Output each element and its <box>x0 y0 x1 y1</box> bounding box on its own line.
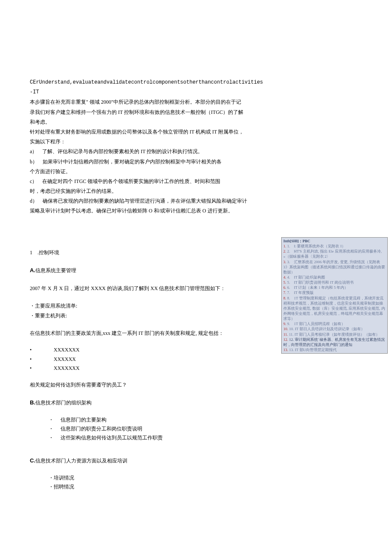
xx-row: • XXXXXX <box>30 355 362 363</box>
b-bullet-text: 这些架构信息如何传达到员工以规范工作职责 <box>61 434 163 442</box>
intro-line: 实施以下程序： <box>30 138 362 146</box>
xx-row: • XXXXXXX <box>30 364 362 372</box>
intro-line: 录我们对客户建立和维持一个强有力的 IT 控制环境和有效的信息技术一般控制（IT… <box>30 108 362 116</box>
comment-item: 6. 6. IT 计划（未来 1 年内和 5 年内） <box>283 285 386 290</box>
comment-item: 1. 1. I: 要梗用系统外衣（见附衣 I） <box>283 244 386 249</box>
header-block: CErUnderstand,evaluateandvalidatecontrol… <box>30 78 362 96</box>
comment-item: 8. 8. 1T 管理制度和规定（包括系统变更流程，系绕开发流程和技术视范，系统… <box>283 296 386 322</box>
bullet-dot-icon: • <box>30 355 42 363</box>
b-bullet-text: 信息部门的职责分工和岗位职责说明 <box>61 425 142 433</box>
b-bullets: ・ 信息部门的主要架构 ・ 信息部门的职责分工和岗位职责说明 ・ 这些架构信息如… <box>30 416 362 442</box>
label-b-text: 信息技术部门的组织架构 <box>35 400 92 406</box>
subsection-c-heading: C.信息技术部门人力资源方面以及相应培训 <box>30 456 362 465</box>
comment-item: 13. 13. IT 部U向管理层定期报代 <box>283 347 386 352</box>
b-bullet: ・ 信息部门的主要架构 <box>49 416 362 424</box>
header-line1: CErUnderstand,evaluateandvalidatecontrol… <box>30 78 362 87</box>
subsection-b-heading: B.信息技术部门的组织架构 <box>30 398 362 407</box>
xx-text: XXXXXXX <box>42 346 80 354</box>
c-bullet: ・培训情况 <box>49 474 362 482</box>
c-bullets: ・培训情况 ・招聘情况 <box>30 474 362 491</box>
comment-item: 2. 2. HT'S 主机列农, 指出 Ele 应用系统相应的应用极务冷, «（… <box>283 249 386 259</box>
step-b-cont: 个方面进行验证。 <box>30 168 362 176</box>
b-bullet: ・ 信息部门的职责分工和岗位职责说明 <box>49 425 362 433</box>
step-b: b） 如果审计中计划信赖内部控制，要对确定的客户内部控制框架中与审计相关的各 <box>30 158 362 166</box>
comment-item: 11. 11. IT 部门人员考核纪录（如年度绩效评估）（如有） <box>283 332 386 337</box>
comment-title: Ittft[SHl]：PBC <box>283 238 386 244</box>
bullet-dot-icon: • <box>30 364 42 372</box>
intro-block: 本步骤旨在补充而非重复" 领域 2000"中所记录的总体内部控制框架分析。本部分… <box>30 98 362 146</box>
intro-line: 针对处理有重大财务影响的应用或数据的公司整体以及各个独立管理的 IT 机构或 I… <box>30 128 362 136</box>
comment-item: 7. 7. IT 年度预版 <box>283 290 386 295</box>
step-d-cont: 策略及审计计划时予以考虑。确保已对审计信赖矩阵 O 和/或审计信赖汇总表 O 进… <box>30 207 362 215</box>
a-question: 相关规定如何传达到所有需要遵守的员工？ <box>30 381 362 389</box>
label-b: B. <box>30 399 35 406</box>
comment-item: 3. 3. 汇整系统在 2006 年的开发, 变更, 升级情况（见附表 3》系统… <box>283 259 386 275</box>
label-c: C. <box>30 457 35 464</box>
label-a-text: 信息系统主要管理 <box>35 267 76 273</box>
header-line2: -IT <box>30 88 362 96</box>
xx-text: XXXXXXX <box>42 364 80 372</box>
label-c-text: 信息技术部门人力资源方面以及相应培训 <box>35 458 127 464</box>
b-bullet-text: 信息部门的主要架构 <box>61 416 107 424</box>
comment-item: 10. 10. IT 部日人员培训计划及培训记录（如有） <box>283 326 386 331</box>
bullet-dot-icon: • <box>30 346 42 354</box>
comment-item: 12. 12. 审计期间系统' 椒务器、机房发生有无发生过紧急情况时，向管理层的… <box>283 337 386 347</box>
c-bullet: ・招聘情况 <box>49 483 362 491</box>
xx-text: XXXXXX <box>42 355 76 363</box>
steps-block: a） 了解、评估和记录与各内部控制要素相关的 IT 控制的设计和执行情况。 b）… <box>30 148 362 215</box>
step-c-cont: 时，考虑已经实施的审计工作的结果。 <box>30 187 362 195</box>
comment-balloon: Ittft[SHl]：PBC 1. 1. I: 要梗用系统外衣（见附衣 I） 2… <box>281 237 388 354</box>
intro-line: 本步骤旨在补充而非重复" 领域 2000"中所记录的总体内部控制框架分析。本部分… <box>30 98 362 106</box>
step-c: c） 在确定对四个 ITGC 领域中的各个领域所要实施的审计工作的性质、时间和范… <box>30 177 362 186</box>
label-a: A. <box>30 267 35 273</box>
intro-line: 和考虑。 <box>30 118 362 126</box>
step-d: d） 确保将已发现的内部控制要素的缺陷与管理层进行沟通，并在评估重大错报风险和确… <box>30 197 362 205</box>
b-bullet: ・ 这些架构信息如何传达到员工以规范工作职责 <box>49 434 362 442</box>
bullet-dot-icon: ・ <box>49 425 61 433</box>
step-a: a） 了解、评估和记录与各内部控制要素相关的 IT 控制的设计和执行情况。 <box>30 148 362 156</box>
comment-item: 5. 5. IT 部门职贵说明书和 IT 岗位说明书 <box>283 280 386 285</box>
comment-item: 9. 9. 1T 部门人员招聘流程（如有） <box>283 321 386 326</box>
bullet-dot-icon: ・ <box>49 416 61 424</box>
bullet-dot-icon: ・ <box>49 434 61 442</box>
comment-item: 4. 4. IT 部门处织架构图 <box>283 275 386 280</box>
